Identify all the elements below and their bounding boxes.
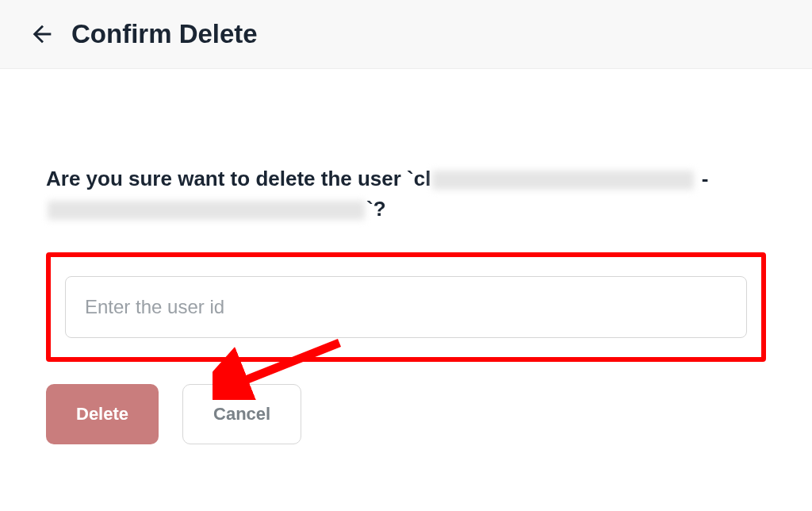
input-highlight-box (46, 252, 766, 362)
main-content: Are you sure want to delete the user `cl… (0, 69, 812, 444)
prompt-dash: - (695, 167, 708, 190)
delete-button[interactable]: Delete (46, 384, 159, 444)
confirm-prompt: Are you sure want to delete the user `cl… (46, 164, 766, 224)
prompt-prefix: Are you sure want to delete the user `cl (46, 167, 431, 190)
back-arrow-icon[interactable] (29, 21, 56, 48)
header: Confirm Delete (0, 0, 812, 69)
redacted-segment (432, 171, 694, 190)
redacted-segment (48, 201, 365, 220)
cancel-button[interactable]: Cancel (182, 384, 301, 444)
user-id-input[interactable] (65, 276, 747, 338)
page-title: Confirm Delete (71, 19, 258, 49)
button-row: Delete Cancel (46, 384, 766, 444)
prompt-suffix: `? (366, 197, 386, 221)
